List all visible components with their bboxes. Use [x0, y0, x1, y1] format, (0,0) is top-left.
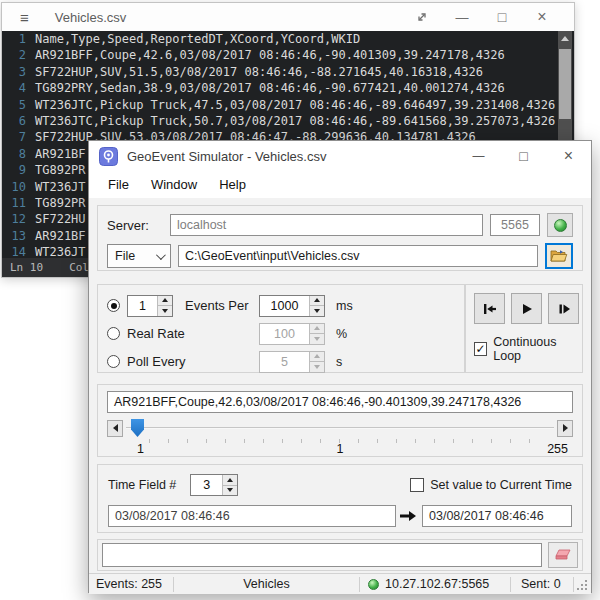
message-output-field[interactable]	[102, 543, 542, 567]
menu-file[interactable]: File	[97, 171, 140, 198]
editor-line[interactable]: 3SF722HUP,SUV,51.5,03/08/2017 08:46:46,-…	[2, 64, 574, 80]
line-number: 11	[2, 195, 26, 211]
events-per-radio[interactable]	[107, 299, 120, 312]
minimize-button[interactable]: —	[442, 4, 482, 30]
server-port-input[interactable]: 5565	[490, 214, 540, 236]
line-text: WT236JT	[35, 179, 86, 195]
continuous-loop-option[interactable]: ✓ Continuous Loop	[474, 335, 582, 363]
expand-icon[interactable]	[402, 4, 442, 30]
editor-line[interactable]: 2AR921BFF,Coupe,42.6,03/08/2017 08:46:46…	[2, 47, 574, 63]
slider-current-label: 1	[337, 442, 344, 456]
spin-down-icon[interactable]	[310, 305, 324, 316]
line-number: 6	[2, 113, 26, 129]
resize-grip-icon[interactable]	[574, 574, 591, 594]
spin-down-icon[interactable]	[223, 485, 237, 496]
line-number: 5	[2, 97, 26, 113]
poll-every-radio[interactable]	[107, 355, 120, 368]
spin-up-icon[interactable]	[310, 296, 324, 306]
line-number: 2	[2, 47, 26, 63]
set-current-time-option[interactable]: Set value to Current Time	[410, 478, 572, 492]
time-group: Time Field # 3 Set value to Current Time…	[97, 464, 583, 533]
line-number: 3	[2, 64, 26, 80]
slider-track[interactable]	[126, 419, 554, 437]
close-button[interactable]: ×	[546, 141, 591, 171]
right-arrow-icon	[396, 510, 420, 522]
line-text: SF722HU	[35, 211, 86, 227]
line-number: 8	[2, 146, 26, 162]
line-number: 1	[2, 31, 26, 47]
skip-to-start-button[interactable]	[474, 293, 505, 324]
time-field-label: Time Field #	[108, 478, 176, 492]
spin-up-icon[interactable]	[158, 296, 172, 306]
hamburger-menu-icon[interactable]: ≡	[20, 9, 29, 26]
menu-window[interactable]: Window	[140, 171, 208, 198]
connect-button[interactable]	[547, 213, 573, 237]
poll-value: 5	[260, 352, 309, 372]
play-button[interactable]	[511, 293, 542, 324]
time-from-field[interactable]: 03/08/2017 08:46:46	[108, 505, 396, 527]
source-type-dropdown[interactable]: File	[107, 244, 171, 268]
server-host-input[interactable]: localhost	[170, 214, 483, 236]
eraser-icon	[554, 549, 572, 561]
geoevent-simulator-window: GeoEvent Simulator - Vehicles.csv — □ × …	[88, 140, 592, 593]
spin-up-icon[interactable]	[223, 475, 237, 485]
poll-every-label[interactable]: Poll Every	[127, 354, 186, 369]
clear-button[interactable]	[548, 542, 578, 568]
server-address-status: 10.27.102.67:5565	[360, 577, 510, 591]
continuous-loop-checkbox[interactable]: ✓	[474, 342, 487, 356]
line-number: 9	[2, 162, 26, 178]
open-file-button[interactable]	[545, 243, 573, 269]
line-number: 12	[2, 211, 26, 227]
close-button[interactable]: ×	[522, 4, 562, 30]
source-type-value: File	[115, 249, 135, 263]
line-text: TG892PR	[35, 195, 86, 211]
right-arrow-icon	[563, 424, 568, 432]
poll-unit-label: s	[329, 355, 456, 369]
record-slider	[107, 419, 573, 437]
editor-line[interactable]: 1Name,Type,Speed,ReportedDT,XCoord,YCoor…	[2, 31, 574, 47]
interval-value: 1000	[260, 296, 309, 316]
scrollbar-thumb[interactable]	[559, 49, 571, 119]
interval-spinner[interactable]: 1000	[259, 295, 325, 317]
slider-max-label: 255	[547, 442, 568, 456]
time-field-spinner[interactable]: 3	[190, 474, 238, 496]
spin-down-icon[interactable]	[158, 305, 172, 316]
menu-help[interactable]: Help	[208, 171, 257, 198]
editor-line[interactable]: 4TG892PRY,Sedan,38.9,03/08/2017 08:46:46…	[2, 80, 574, 96]
current-record-field[interactable]: AR921BFF,Coupe,42.6,03/08/2017 08:46:46,…	[107, 391, 573, 413]
slider-right-button[interactable]	[557, 420, 573, 437]
real-rate-value: 100	[260, 324, 309, 344]
events-per-label: Events Per	[185, 298, 249, 313]
editor-window-controls: — □ ×	[402, 4, 562, 30]
time-to-field[interactable]: 03/08/2017 08:46:46	[422, 505, 572, 527]
slider-left-button[interactable]	[107, 420, 123, 437]
time-field-value: 3	[191, 475, 222, 495]
line-number: 10	[2, 179, 26, 195]
real-rate-radio[interactable]	[107, 327, 120, 340]
line-text: Name,Type,Speed,ReportedDT,XCoord,YCoord…	[35, 31, 360, 47]
simulator-window-title: GeoEvent Simulator - Vehicles.csv	[127, 149, 326, 164]
spin-up-icon	[310, 352, 324, 362]
file-path-input[interactable]: C:\GeoEvent\input\Vehicles.csv	[178, 245, 538, 267]
geoevent-app-icon	[99, 147, 118, 166]
record-group: AR921BFF,Coupe,42.6,03/08/2017 08:46:46,…	[97, 384, 583, 457]
slider-thumb[interactable]	[131, 419, 144, 437]
scrollbar-up-icon[interactable]	[558, 31, 572, 46]
maximize-button[interactable]: □	[501, 141, 546, 171]
sent-count-status: Sent: 0	[511, 577, 573, 591]
editor-titlebar: ≡ Vehicles.csv — □ ×	[2, 3, 574, 31]
events-count-spinner[interactable]: 1	[127, 295, 173, 317]
real-rate-label[interactable]: Real Rate	[127, 326, 185, 341]
maximize-button[interactable]: □	[482, 4, 522, 30]
chevron-down-icon	[156, 250, 166, 260]
line-text: WT236JTC,Pickup Truck,47.5,03/08/2017 08…	[35, 97, 555, 113]
line-number: 7	[2, 129, 26, 145]
editor-line[interactable]: 5WT236JTC,Pickup Truck,47.5,03/08/2017 0…	[2, 97, 574, 113]
editor-line[interactable]: 6WT236JTC,Pickup Truck,50.7,03/08/2017 0…	[2, 113, 574, 129]
step-button[interactable]	[548, 293, 579, 324]
line-text: AR921BF	[35, 228, 86, 244]
server-group: Server: localhost 5565 File C:\GeoEvent\…	[97, 205, 583, 271]
minimize-button[interactable]: —	[456, 141, 501, 171]
spin-down-icon	[310, 361, 324, 372]
set-current-time-checkbox[interactable]	[410, 478, 424, 492]
